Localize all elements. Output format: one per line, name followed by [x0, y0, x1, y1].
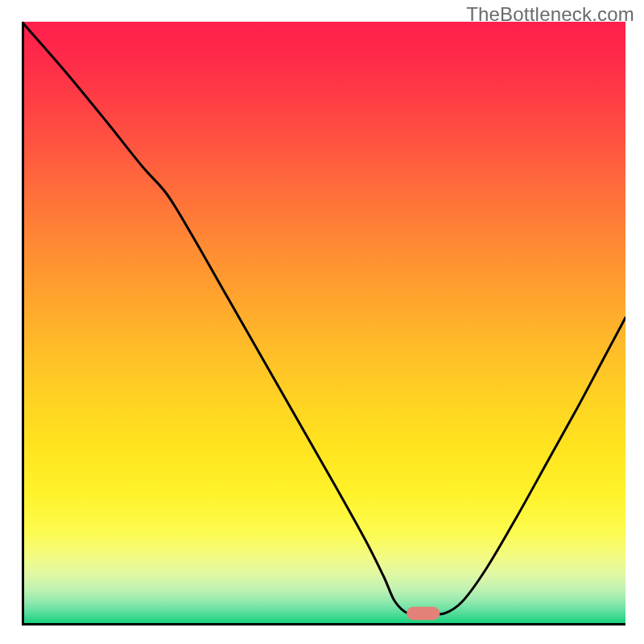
optimal-point-marker	[407, 607, 440, 621]
watermark-text: TheBottleneck.com	[466, 3, 634, 26]
chart-container: { "watermark": "TheBottleneck.com", "cha…	[0, 0, 644, 644]
gradient-background	[22, 22, 625, 625]
plot-area	[22, 22, 625, 625]
bottleneck-chart	[0, 0, 644, 644]
